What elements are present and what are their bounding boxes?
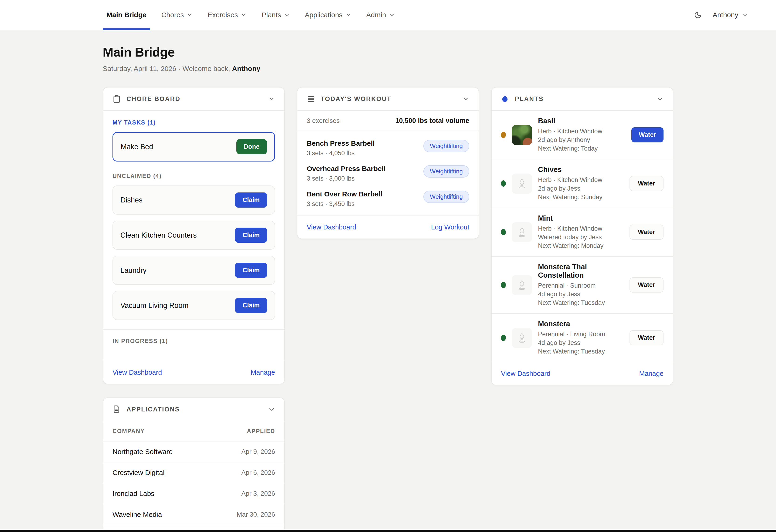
chevron-down-icon <box>462 95 469 102</box>
plant-photo-placeholder <box>512 222 532 242</box>
exercise-count: 3 exercises <box>307 117 340 124</box>
category-badge: Weightlifting <box>423 165 469 178</box>
exercise-name: Bent Over Row Barbell <box>307 190 382 198</box>
applied-date-cell: Apr 9, 2026 <box>241 448 275 456</box>
water-button[interactable]: Water <box>631 127 663 143</box>
plant-next-watering: Next Watering: Monday <box>538 242 623 250</box>
card-title: CHORE BOARD <box>127 95 262 103</box>
nav-actions: Anthony <box>694 0 748 30</box>
nav-item-applications[interactable]: Applications <box>301 0 355 30</box>
plant-info: Monstera Perennial · Living Room 4d ago … <box>538 320 623 356</box>
view-dashboard-link[interactable]: View Dashboard <box>307 223 356 231</box>
plant-row: Monstera Thai Constellation Perennial · … <box>492 256 673 313</box>
exercise-detail: 3 sets · 3,450 lbs <box>307 200 382 208</box>
plant-type-location: Perennial · Living Room <box>538 330 623 339</box>
status-dot-green <box>501 180 506 187</box>
sprout-in-pot-icon <box>516 279 528 291</box>
plant-photo-placeholder <box>512 174 532 194</box>
nav-item-plants[interactable]: Plants <box>258 0 294 30</box>
primary-nav: Main Bridge Chores Exercises Plants Appl… <box>103 0 406 30</box>
top-nav: Main Bridge Chores Exercises Plants Appl… <box>0 0 776 30</box>
plant-last-watered: 2d ago by Anthony <box>538 136 625 144</box>
chore-title: Dishes <box>121 196 143 204</box>
water-button[interactable]: Water <box>629 330 663 345</box>
plant-name: Chives <box>538 166 623 174</box>
card-title: TODAY'S WORKOUT <box>321 95 457 103</box>
theme-toggle-button[interactable] <box>694 11 702 19</box>
collapse-button[interactable] <box>268 406 275 413</box>
nav-item-exercises[interactable]: Exercises <box>204 0 250 30</box>
plant-row: Mint Herb · Kitchen Window Watered today… <box>492 208 673 256</box>
section-label-in-progress: IN PROGRESS (1) <box>113 338 168 344</box>
nav-item-main-bridge[interactable]: Main Bridge <box>103 0 150 30</box>
plant-last-watered: 4d ago by Jess <box>538 339 623 347</box>
sprout-in-pot-icon <box>516 332 528 344</box>
subtitle-user-name: Anthony <box>232 65 260 72</box>
company-cell: Waveline Media <box>113 511 162 519</box>
plant-type-location: Herb · Kitchen Window <box>538 176 623 184</box>
view-dashboard-link[interactable]: View Dashboard <box>113 369 162 376</box>
plant-photo-placeholder <box>512 328 532 348</box>
category-badge: Weightlifting <box>423 140 469 152</box>
chevron-down-icon <box>656 95 663 102</box>
section-label-my-tasks: MY TASKS (1) <box>113 119 156 126</box>
chore-board-footer: View Dashboard Manage <box>103 361 284 384</box>
exercise-row: Overhead Press Barbell 3 sets · 3,000 lb… <box>298 160 478 185</box>
clipboard-icon <box>113 95 121 103</box>
file-icon <box>113 405 121 414</box>
user-menu[interactable]: Anthony <box>713 11 748 19</box>
chore-item: Vacuum Living Room Claim <box>113 291 275 320</box>
chevron-down-icon <box>240 12 247 18</box>
water-button[interactable]: Water <box>629 176 663 191</box>
company-cell: Crestview Digital <box>113 469 164 477</box>
claim-button[interactable]: Claim <box>235 228 267 243</box>
company-cell: Northgate Software <box>113 448 173 456</box>
nav-item-admin[interactable]: Admin <box>363 0 399 30</box>
chore-title: Clean Kitchen Counters <box>121 231 197 240</box>
nav-item-chores[interactable]: Chores <box>158 0 197 30</box>
exercise-info: Overhead Press Barbell 3 sets · 3,000 lb… <box>307 165 386 182</box>
table-row: Waveline Media Mar 30, 2026 <box>103 504 284 525</box>
exercise-info: Bench Press Barbell 3 sets · 4,050 lbs <box>307 140 375 157</box>
task-title: Make Bed <box>121 143 153 151</box>
log-workout-link[interactable]: Log Workout <box>431 223 469 231</box>
manage-link[interactable]: Manage <box>250 369 275 376</box>
category-badge: Weightlifting <box>423 191 469 203</box>
claim-button[interactable]: Claim <box>235 263 267 278</box>
exercise-row: Bent Over Row Barbell 3 sets · 3,450 lbs… <box>298 185 478 210</box>
column-header-company: COMPANY <box>113 428 145 435</box>
card-chore-board: CHORE BOARD MY TASKS (1) Make Bed Done U… <box>103 87 285 384</box>
chore-item: Clean Kitchen Counters Claim <box>113 221 275 250</box>
manage-link[interactable]: Manage <box>639 370 663 377</box>
collapse-button[interactable] <box>268 95 275 102</box>
table-row: Northgate Software Apr 9, 2026 <box>103 442 284 462</box>
claim-button[interactable]: Claim <box>235 193 267 208</box>
plant-next-watering: Next Watering: Sunday <box>538 193 623 202</box>
plant-meta: Herb · Kitchen Window 2d ago by Anthony … <box>538 127 625 153</box>
collapse-button[interactable] <box>462 95 469 102</box>
card-applications: APPLICATIONS COMPANY APPLIED Northgate S… <box>103 397 285 532</box>
plant-name: Mint <box>538 214 623 223</box>
sprout-in-pot-icon <box>516 178 528 190</box>
water-button[interactable]: Water <box>629 277 663 292</box>
claim-button[interactable]: Claim <box>235 298 267 313</box>
plant-next-watering: Next Watering: Today <box>538 144 625 153</box>
applied-date-cell: Mar 30, 2026 <box>237 511 275 518</box>
table-row: Crestview Digital Apr 6, 2026 <box>103 462 284 483</box>
done-button[interactable]: Done <box>236 139 267 154</box>
plant-meta: Perennial · Living Room 4d ago by Jess N… <box>538 330 623 356</box>
plant-row: Basil Herb · Kitchen Window 2d ago by An… <box>492 111 673 159</box>
chevron-down-icon <box>187 12 193 18</box>
plants-footer: View Dashboard Manage <box>492 362 673 385</box>
water-button[interactable]: Water <box>629 225 663 240</box>
task-item: Make Bed Done <box>113 132 275 162</box>
nav-item-label: Exercises <box>207 11 238 19</box>
plant-row: Monstera Perennial · Living Room 4d ago … <box>492 313 673 362</box>
chevron-down-icon <box>284 12 290 18</box>
workout-footer: View Dashboard Log Workout <box>298 216 478 239</box>
view-dashboard-link[interactable]: View Dashboard <box>501 370 550 377</box>
chevron-down-icon <box>268 406 275 413</box>
total-volume: 10,500 lbs total volume <box>395 117 469 124</box>
collapse-button[interactable] <box>656 95 663 102</box>
user-name: Anthony <box>713 11 738 19</box>
